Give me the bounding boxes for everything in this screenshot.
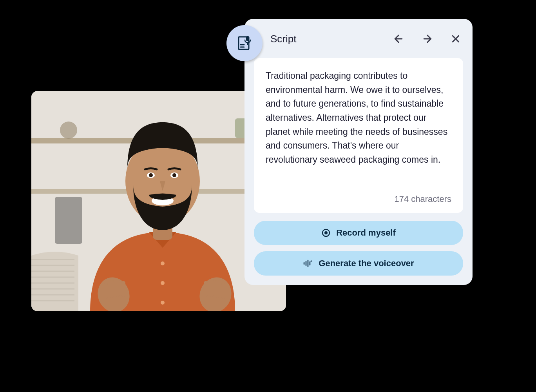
close-button[interactable]	[448, 31, 463, 46]
svg-rect-14	[116, 279, 120, 297]
record-icon	[321, 228, 331, 238]
svg-point-8	[161, 301, 165, 305]
script-panel: Script Traditional packaging contributes…	[244, 19, 473, 285]
forward-button[interactable]	[419, 31, 436, 47]
svg-rect-17	[210, 279, 214, 297]
generate-button-label: Generate the voiceover	[319, 258, 414, 269]
svg-rect-19	[221, 283, 225, 299]
svg-point-32	[324, 231, 328, 234]
back-button[interactable]	[390, 31, 407, 47]
svg-point-25	[172, 173, 176, 177]
ai-voice-icon	[303, 259, 313, 268]
svg-rect-16	[204, 281, 208, 297]
svg-point-23	[149, 173, 153, 177]
character-count: 174 characters	[266, 194, 451, 204]
arrow-left-icon	[393, 33, 404, 45]
panel-header: Script	[254, 27, 463, 50]
svg-rect-13	[110, 280, 114, 298]
arrow-right-icon	[422, 33, 433, 45]
svg-rect-15	[121, 281, 125, 297]
script-textarea[interactable]: Traditional packaging contributes to env…	[254, 58, 463, 213]
nav-controls	[390, 31, 463, 47]
svg-point-6	[161, 261, 165, 265]
script-text: Traditional packaging contributes to env…	[266, 69, 451, 167]
svg-rect-29	[246, 36, 249, 41]
record-myself-button[interactable]: Record myself	[254, 221, 463, 245]
svg-rect-12	[104, 283, 108, 299]
panel-title: Script	[270, 33, 384, 45]
svg-point-7	[161, 281, 165, 285]
generate-voiceover-button[interactable]: Generate the voiceover	[254, 251, 463, 276]
script-mic-icon	[226, 25, 263, 61]
svg-point-3	[60, 122, 77, 139]
close-icon	[451, 34, 461, 44]
svg-rect-18	[215, 280, 219, 298]
record-button-label: Record myself	[336, 228, 396, 238]
svg-rect-5	[55, 197, 82, 244]
